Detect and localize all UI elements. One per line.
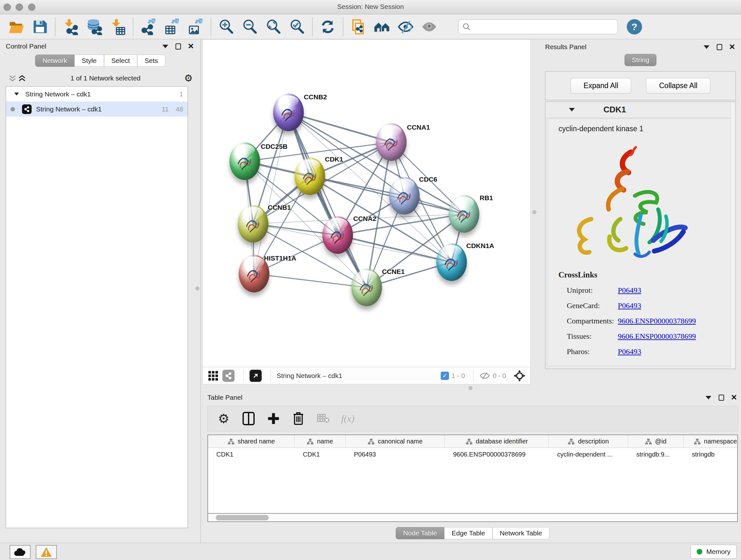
warnings-button[interactable] bbox=[36, 545, 57, 559]
export-table-button[interactable] bbox=[160, 17, 184, 37]
column-header-description[interactable]: description bbox=[549, 435, 628, 448]
import-table-button[interactable] bbox=[106, 17, 130, 37]
node-CDC25B[interactable] bbox=[229, 142, 260, 180]
table-cell[interactable]: stringdb:9... bbox=[628, 448, 684, 461]
node-CDKN1A[interactable] bbox=[436, 243, 467, 281]
close-panel-icon[interactable]: ✕ bbox=[728, 43, 736, 51]
protein-thumbnail bbox=[245, 264, 263, 285]
show-view-button[interactable] bbox=[417, 17, 441, 37]
zoom-in-button[interactable] bbox=[214, 17, 238, 37]
crosslink-link[interactable]: 9606.ENSP00000378699 bbox=[618, 332, 696, 341]
pan-crosshair-icon[interactable] bbox=[513, 369, 526, 382]
crosslink-link[interactable]: 9606.ENSP00000378699 bbox=[618, 317, 696, 325]
save-session-button[interactable] bbox=[28, 17, 52, 37]
column-header-namespace[interactable]: namespace bbox=[684, 435, 738, 448]
zoom-selected-button[interactable] bbox=[285, 17, 309, 37]
node-CCNA1[interactable] bbox=[376, 123, 407, 161]
scrollbar-thumb[interactable] bbox=[216, 515, 269, 520]
search-input[interactable] bbox=[471, 23, 608, 30]
tab-select[interactable]: Select bbox=[104, 55, 137, 67]
right-splitter-handle[interactable] bbox=[532, 210, 536, 214]
zoom-fit-button[interactable] bbox=[262, 17, 285, 37]
add-column-icon[interactable] bbox=[266, 412, 280, 426]
node-CCNB1[interactable] bbox=[238, 205, 268, 243]
table-cell[interactable]: CDK1 bbox=[294, 448, 346, 461]
close-panel-icon[interactable]: ✕ bbox=[187, 43, 195, 50]
column-header-@id[interactable]: @id bbox=[628, 435, 684, 448]
cloud-button[interactable] bbox=[10, 545, 30, 559]
node-CCNA2[interactable] bbox=[322, 216, 353, 254]
network-collection-row[interactable]: String Network – cdk1 1 bbox=[6, 86, 188, 102]
tab-string[interactable]: String bbox=[624, 54, 657, 66]
table-gear-icon[interactable]: ⚙ bbox=[217, 412, 231, 426]
expand-collection-icon[interactable] bbox=[14, 92, 19, 96]
network-share-icon[interactable] bbox=[222, 370, 234, 382]
column-header-name[interactable]: name bbox=[294, 435, 346, 448]
crosslink-link[interactable]: P06493 bbox=[618, 348, 641, 356]
expand-all-button[interactable]: Expand All bbox=[570, 78, 631, 94]
crosslink-link[interactable]: P06493 bbox=[618, 301, 641, 310]
panel-menu-icon[interactable] bbox=[704, 394, 712, 401]
tab-network-table[interactable]: Network Table bbox=[492, 527, 549, 539]
open-session-button[interactable] bbox=[4, 17, 28, 37]
results-scrollbar[interactable] bbox=[731, 103, 735, 368]
hidden-eye-slash-icon[interactable] bbox=[479, 372, 490, 380]
crosslink-link[interactable]: P06493 bbox=[618, 286, 641, 295]
help-button[interactable]: ? bbox=[627, 19, 642, 35]
edge-HIST1H1A-CCNE1[interactable] bbox=[254, 273, 367, 288]
table-cell[interactable]: P06493 bbox=[346, 448, 445, 461]
table-cell[interactable]: stringdb bbox=[684, 448, 738, 461]
expand-all-icon[interactable] bbox=[17, 74, 27, 82]
open-in-new-icon[interactable] bbox=[250, 370, 262, 382]
network-canvas[interactable]: CCNB2 CCNA1 CDC25B CDK1 CDC6 RB1 bbox=[203, 40, 530, 368]
table-cell[interactable]: cyclin-dependent ... bbox=[549, 448, 628, 461]
hide-annotations-button[interactable] bbox=[394, 17, 417, 37]
column-header-canonical-name[interactable]: canonical name bbox=[346, 435, 445, 448]
node-CDC6[interactable] bbox=[389, 177, 420, 214]
node-CCNE1[interactable] bbox=[351, 268, 382, 306]
memory-button[interactable]: Memory bbox=[690, 545, 737, 559]
left-splitter-handle[interactable] bbox=[195, 287, 199, 291]
collapse-all-icon[interactable] bbox=[8, 74, 17, 82]
float-panel-icon[interactable] bbox=[716, 43, 723, 51]
collapse-protein-icon[interactable] bbox=[569, 108, 575, 111]
close-panel-icon[interactable]: ✕ bbox=[730, 394, 738, 401]
table-row[interactable]: CDK1CDK1P064939606.ENSP00000378699cyclin… bbox=[208, 448, 737, 461]
column-header-database-identifier[interactable]: database identifier bbox=[445, 435, 549, 448]
gear-icon[interactable]: ⚙ bbox=[184, 72, 193, 84]
tab-node-table[interactable]: Node Table bbox=[396, 527, 444, 539]
import-network-button[interactable] bbox=[59, 17, 82, 37]
import-network-from-database-button[interactable] bbox=[82, 17, 106, 37]
panel-menu-icon[interactable] bbox=[703, 43, 711, 51]
node-RB1[interactable] bbox=[449, 195, 479, 233]
zoom-out-button[interactable] bbox=[238, 17, 262, 37]
bottom-splitter-handle[interactable] bbox=[468, 386, 473, 390]
delete-column-icon[interactable] bbox=[291, 412, 306, 426]
column-header-shared-name[interactable]: shared name bbox=[208, 435, 294, 448]
tab-edge-table[interactable]: Edge Table bbox=[444, 527, 492, 539]
network-row[interactable]: String Network – cdk1 11 48 bbox=[6, 102, 188, 117]
show-columns-icon[interactable] bbox=[242, 412, 256, 426]
tab-style[interactable]: Style bbox=[74, 55, 104, 67]
tab-sets[interactable]: Sets bbox=[137, 55, 165, 67]
export-image-button[interactable] bbox=[184, 17, 207, 37]
panel-menu-icon[interactable] bbox=[161, 43, 169, 50]
collapse-all-button[interactable]: Collapse All bbox=[646, 78, 711, 94]
table-cell[interactable]: CDK1 bbox=[208, 448, 294, 461]
float-panel-icon[interactable] bbox=[718, 394, 725, 401]
export-network-button[interactable] bbox=[137, 17, 160, 37]
edge-CCNB2-CCNE1[interactable] bbox=[288, 112, 367, 287]
grid-view-icon[interactable] bbox=[207, 370, 219, 382]
node-CCNB2[interactable] bbox=[273, 94, 304, 131]
float-panel-icon[interactable] bbox=[174, 43, 182, 50]
selected-checkbox[interactable]: ✓ bbox=[441, 372, 449, 380]
duplicate-page-button[interactable] bbox=[347, 17, 370, 37]
table-horizontal-scrollbar[interactable] bbox=[207, 514, 738, 522]
houses-button[interactable] bbox=[370, 17, 394, 37]
edge-CDK1-RB1[interactable] bbox=[310, 176, 464, 214]
tab-network[interactable]: Network bbox=[35, 55, 74, 67]
table-cell[interactable]: 9606.ENSP00000378699 bbox=[445, 448, 549, 461]
node-CDK1[interactable] bbox=[294, 158, 325, 195]
search-field[interactable] bbox=[458, 19, 618, 34]
refresh-button[interactable] bbox=[316, 17, 340, 37]
